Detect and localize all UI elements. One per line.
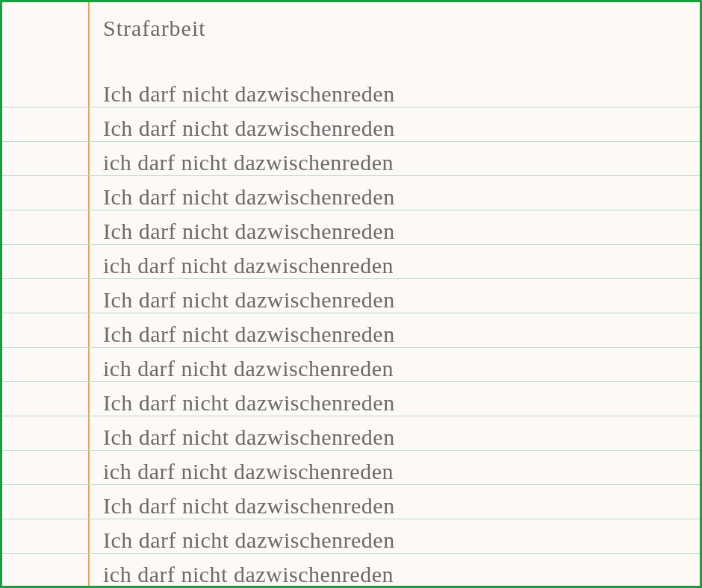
text-line: ich darf nicht dazwischenreden xyxy=(103,351,685,386)
text-line: Ich darf nicht dazwischenreden xyxy=(103,386,685,420)
text-line: Ich darf nicht dazwischenreden xyxy=(103,111,685,146)
page-title: Strafarbeit xyxy=(103,16,685,41)
text-line: ich darf nicht dazwischenreden xyxy=(103,248,685,283)
text-line: Ich darf nicht dazwischenreden xyxy=(103,317,685,351)
text-line: ich darf nicht dazwischenreden xyxy=(103,146,685,180)
lines-container: Ich darf nicht dazwischenredenIch darf n… xyxy=(103,77,685,588)
text-line: Ich darf nicht dazwischenreden xyxy=(103,283,685,317)
text-line: ich darf nicht dazwischenreden xyxy=(103,557,685,588)
text-line: Ich darf nicht dazwischenreden xyxy=(103,214,685,248)
text-line: Ich darf nicht dazwischenreden xyxy=(103,523,685,557)
text-line: Ich darf nicht dazwischenreden xyxy=(103,420,685,454)
text-line: Ich darf nicht dazwischenreden xyxy=(103,180,685,214)
text-line: Ich darf nicht dazwischenreden xyxy=(103,77,685,111)
margin-line xyxy=(88,2,90,586)
page-content: Strafarbeit Ich darf nicht dazwischenred… xyxy=(103,16,685,588)
text-line: ich darf nicht dazwischenreden xyxy=(103,454,685,489)
text-line: Ich darf nicht dazwischenreden xyxy=(103,489,685,523)
